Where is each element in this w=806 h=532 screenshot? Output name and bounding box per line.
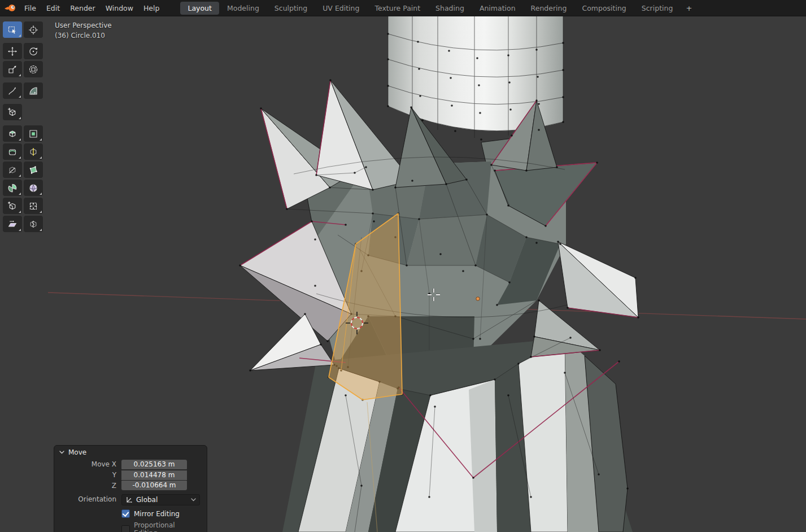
operator-panel-title: Move bbox=[68, 448, 86, 456]
loop-cut-icon bbox=[28, 147, 38, 157]
poly-build-icon bbox=[28, 165, 38, 175]
tool-poly-build[interactable] bbox=[24, 162, 43, 178]
move-x-field[interactable]: 0.025163 m bbox=[121, 460, 187, 469]
tool-smooth[interactable] bbox=[24, 180, 43, 196]
shear-icon bbox=[7, 219, 18, 229]
chevron-down-icon bbox=[59, 451, 64, 454]
rotate-tool-icon bbox=[28, 46, 38, 56]
move-z-label: Z bbox=[58, 481, 116, 491]
select-box-icon bbox=[7, 25, 18, 35]
operator-panel-header[interactable]: Move bbox=[54, 446, 207, 458]
rip-region-icon bbox=[28, 219, 38, 229]
spin-icon bbox=[7, 183, 18, 193]
orientation-value: Global bbox=[136, 496, 158, 504]
tab-modeling[interactable]: Modeling bbox=[220, 2, 267, 15]
add-workspace-button[interactable]: + bbox=[681, 2, 697, 15]
tab-shading[interactable]: Shading bbox=[428, 2, 472, 15]
tool-shear[interactable] bbox=[3, 216, 22, 232]
extrude-region-icon bbox=[7, 129, 18, 139]
blender-window: { "topbar": { "menus": ["File", "Edit", … bbox=[0, 0, 806, 532]
tool-loop-cut[interactable] bbox=[24, 143, 43, 160]
move-y-label: Y bbox=[58, 470, 116, 480]
top-menu-bar: File Edit Render Window Help Layout Mode… bbox=[0, 0, 806, 16]
tool-inset-faces[interactable] bbox=[24, 125, 43, 142]
tool-cursor[interactable] bbox=[24, 21, 43, 38]
blender-logo-icon bbox=[3, 3, 18, 13]
tab-animation[interactable]: Animation bbox=[472, 2, 523, 15]
tool-edge-slide[interactable] bbox=[3, 198, 22, 214]
dropdown-chevron-icon bbox=[191, 498, 196, 502]
measure-tool-icon bbox=[28, 86, 38, 96]
annotate-tool-icon bbox=[7, 86, 18, 96]
add-cube-tool-icon bbox=[7, 107, 18, 117]
inset-faces-icon bbox=[28, 129, 38, 139]
tool-knife[interactable] bbox=[3, 162, 22, 178]
tool-shrink-fatten[interactable] bbox=[24, 198, 43, 214]
tool-add-cube[interactable] bbox=[3, 104, 22, 120]
orientation-dropdown[interactable]: Global bbox=[121, 494, 200, 505]
tool-move[interactable] bbox=[3, 43, 22, 59]
tool-annotate[interactable] bbox=[3, 82, 22, 99]
menu-window[interactable]: Window bbox=[101, 2, 138, 15]
shrink-fatten-icon bbox=[28, 201, 38, 211]
tab-rendering[interactable]: Rendering bbox=[524, 2, 574, 15]
tool-rotate[interactable] bbox=[24, 43, 43, 59]
tool-extrude-region[interactable] bbox=[3, 125, 22, 142]
smooth-icon bbox=[28, 183, 38, 193]
menu-file[interactable]: File bbox=[19, 2, 41, 15]
mirror-editing-checkbox[interactable] bbox=[121, 509, 130, 518]
tab-uv-editing[interactable]: UV Editing bbox=[315, 2, 367, 15]
mesh-model bbox=[239, 16, 639, 532]
workspace-tabs: Layout Modeling Sculpting UV Editing Tex… bbox=[180, 2, 697, 15]
tool-scale[interactable] bbox=[3, 61, 22, 77]
tab-compositing[interactable]: Compositing bbox=[574, 2, 633, 15]
tool-measure[interactable] bbox=[24, 82, 43, 99]
move-y-field[interactable]: 0.014478 m bbox=[121, 470, 187, 480]
move-tool-icon bbox=[7, 46, 18, 56]
mirror-editing-label: Mirror Editing bbox=[134, 510, 180, 518]
origin-point bbox=[476, 297, 480, 300]
transform-tool-icon bbox=[28, 64, 38, 75]
tab-texture-paint[interactable]: Texture Paint bbox=[367, 2, 428, 15]
tab-layout[interactable]: Layout bbox=[180, 2, 219, 15]
orientation-label: Orientation bbox=[58, 494, 116, 505]
operator-panel-move: Move Move X Y Z 0.025163 m 0.014478 m -0… bbox=[54, 445, 207, 532]
move-z-field[interactable]: -0.010664 m bbox=[121, 481, 187, 490]
bevel-icon bbox=[7, 147, 18, 157]
move-x-label: Move X bbox=[58, 460, 116, 469]
menu-edit[interactable]: Edit bbox=[41, 2, 65, 15]
tab-sculpting[interactable]: Sculpting bbox=[267, 2, 315, 15]
tool-rip-region[interactable] bbox=[24, 216, 43, 232]
tool-transform[interactable] bbox=[24, 61, 43, 77]
menu-render[interactable]: Render bbox=[65, 2, 101, 15]
tool-shelf bbox=[3, 21, 43, 237]
knife-icon bbox=[7, 165, 18, 175]
menu-help[interactable]: Help bbox=[138, 2, 165, 15]
scale-tool-icon bbox=[7, 64, 18, 75]
tool-spin[interactable] bbox=[3, 180, 22, 196]
edge-slide-icon bbox=[7, 201, 18, 211]
proportional-editing-label: Proportional Editing bbox=[134, 521, 200, 532]
orientation-axes-icon bbox=[125, 496, 133, 504]
tool-bevel[interactable] bbox=[3, 143, 22, 160]
cursor-tool-icon bbox=[28, 25, 38, 35]
proportional-editing-checkbox[interactable] bbox=[121, 525, 130, 532]
tab-scripting[interactable]: Scripting bbox=[634, 2, 681, 15]
tool-select-box[interactable] bbox=[3, 21, 22, 38]
